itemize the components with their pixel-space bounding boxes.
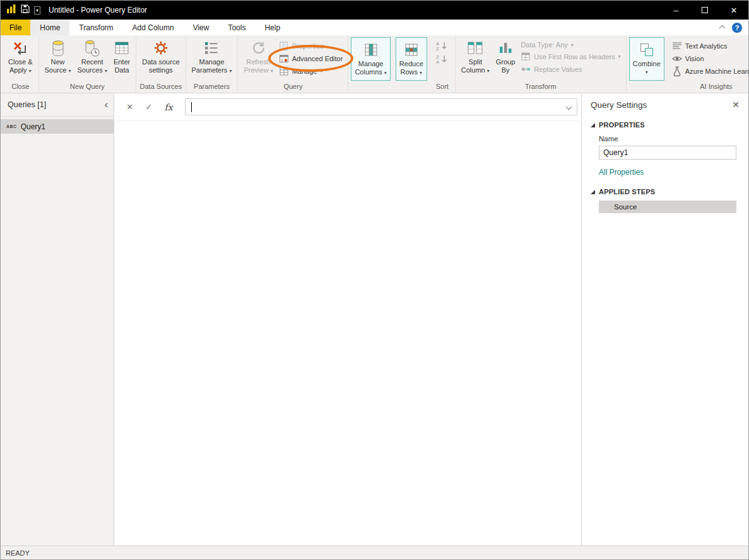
recent-sources-button[interactable]: Recent Sources ▾ xyxy=(74,37,110,75)
group-label-parameters: Parameters xyxy=(189,82,235,93)
svg-text:A: A xyxy=(436,59,440,64)
dropdown-icon: ▾ xyxy=(646,68,648,76)
all-properties-link[interactable]: All Properties xyxy=(599,168,644,177)
advanced-editor-button[interactable]: Advanced Editor xyxy=(279,54,343,63)
query-list-item[interactable]: ABC Query1 xyxy=(1,119,114,134)
queries-panel-header: Queries [1] ‹ xyxy=(1,93,114,117)
replace-values-button[interactable]: Replace Values xyxy=(521,64,620,74)
minimize-button[interactable]: – xyxy=(661,1,690,20)
queries-list: ABC Query1 xyxy=(1,117,114,545)
window-title: Untitled - Power Query Editor xyxy=(49,6,147,15)
applied-step-item[interactable]: Source xyxy=(599,201,736,213)
properties-section-header[interactable]: PROPERTIES xyxy=(591,121,740,129)
group-by-button[interactable]: Group By xyxy=(493,37,519,74)
advanced-editor-icon xyxy=(279,54,289,63)
data-type-button[interactable]: Data Type: Any ▾ xyxy=(521,41,620,49)
close-and-apply-button[interactable]: Close & Apply ▾ xyxy=(5,37,36,75)
query-name-input[interactable] xyxy=(599,146,736,160)
close-window-button[interactable]: ✕ xyxy=(719,1,748,20)
title-bar: ▾ Untitled - Power Query Editor – ✕ xyxy=(1,1,748,20)
svg-text:Z: Z xyxy=(436,46,439,50)
properties-button[interactable]: Properties xyxy=(279,41,343,50)
section-expanded-icon xyxy=(591,123,595,127)
close-panel-icon[interactable]: ✕ xyxy=(732,100,740,110)
section-expanded-icon xyxy=(591,190,595,194)
dropdown-icon: ▾ xyxy=(320,68,322,74)
enter-data-button[interactable]: Enter Data xyxy=(110,37,133,74)
dropdown-icon: ▾ xyxy=(229,68,232,74)
text-cursor xyxy=(191,102,192,112)
data-source-settings-button[interactable]: Data source settings xyxy=(139,37,182,74)
properties-icon xyxy=(279,41,289,50)
ribbon-group-manage-columns: Manage Columns ▾ xyxy=(348,36,392,93)
collapse-queries-panel-icon[interactable]: ‹ xyxy=(105,100,108,109)
formula-cancel-icon[interactable]: ✕ xyxy=(126,102,133,112)
menu-right-controls: ? xyxy=(720,20,748,35)
split-column-icon xyxy=(467,38,483,57)
collapse-ribbon-icon[interactable] xyxy=(719,25,726,32)
text-analytics-icon xyxy=(672,41,682,50)
manage-columns-icon xyxy=(363,40,379,59)
recent-sources-icon xyxy=(85,38,100,57)
quick-access-toolbar: ▾ xyxy=(1,4,40,16)
tab-tools[interactable]: Tools xyxy=(218,20,255,35)
manage-parameters-button[interactable]: Manage Parameters ▾ xyxy=(189,37,235,75)
status-text: READY xyxy=(6,549,30,557)
azure-machine-learning-button[interactable]: Azure Machine Learning xyxy=(672,66,749,76)
queries-panel-title: Queries [1] xyxy=(8,100,46,109)
refresh-preview-button[interactable]: Refresh Preview ▾ xyxy=(240,37,276,75)
text-analytics-button[interactable]: Text Analytics xyxy=(672,41,749,50)
menu-bar: File Home Transform Add Column View Tool… xyxy=(1,20,748,36)
tab-home[interactable]: Home xyxy=(30,20,69,35)
vision-button[interactable]: Vision xyxy=(672,54,749,63)
flask-icon xyxy=(672,66,682,76)
manage-button[interactable]: Manage ▾ xyxy=(279,66,343,76)
formula-expand-icon[interactable] xyxy=(567,105,571,109)
group-label-new-query: New Query xyxy=(42,82,134,93)
dropdown-icon: ▾ xyxy=(420,70,422,76)
window-controls: – ✕ xyxy=(661,1,748,20)
first-row-header-icon xyxy=(521,52,531,61)
database-icon xyxy=(51,38,65,57)
new-source-button[interactable]: New Source ▾ xyxy=(42,37,74,75)
tab-view[interactable]: View xyxy=(184,20,219,35)
combine-button[interactable]: Combine ▾ xyxy=(629,37,664,81)
editor-center: ✕ ✓ fx xyxy=(114,93,581,545)
power-query-editor-window: ▾ Untitled - Power Query Editor – ✕ File… xyxy=(0,0,749,560)
query-settings-header: Query Settings ✕ xyxy=(591,100,740,110)
maximize-button[interactable] xyxy=(690,1,719,20)
tab-add-column[interactable]: Add Column xyxy=(123,20,184,35)
tab-file[interactable]: File xyxy=(1,20,30,35)
use-first-row-as-headers-button[interactable]: Use First Row as Headers ▾ xyxy=(521,52,620,61)
dropdown-icon: ▾ xyxy=(68,68,71,74)
manage-columns-button[interactable]: Manage Columns ▾ xyxy=(351,37,390,81)
queries-panel: Queries [1] ‹ ABC Query1 xyxy=(1,93,114,545)
maximize-icon xyxy=(702,7,708,13)
ribbon-group-data-sources: Data source settings Data Sources xyxy=(136,36,186,93)
formula-commit-icon[interactable]: ✓ xyxy=(145,102,152,112)
dropdown-icon: ▾ xyxy=(384,70,387,76)
quick-access-dropdown-icon[interactable]: ▾ xyxy=(34,6,40,15)
ribbon-group-new-query: New Source ▾ Recent Sources ▾ Enter Data xyxy=(39,36,137,93)
split-column-button[interactable]: Split Column ▾ xyxy=(458,37,493,75)
applied-steps-section-header[interactable]: APPLIED STEPS xyxy=(591,188,740,195)
formula-input[interactable] xyxy=(185,98,577,115)
reduce-rows-button[interactable]: Reduce Rows ▾ xyxy=(396,37,427,81)
ribbon-group-parameters: Manage Parameters ▾ Parameters xyxy=(186,36,239,93)
reduce-rows-icon xyxy=(404,40,419,59)
ribbon-group-close: Close & Apply ▾ Close xyxy=(3,36,39,93)
eye-icon xyxy=(672,54,682,63)
tab-help[interactable]: Help xyxy=(255,20,290,35)
refresh-icon xyxy=(251,38,266,57)
main-area: Queries [1] ‹ ABC Query1 ✕ ✓ fx xyxy=(1,93,748,545)
group-label-data-sources: Data Sources xyxy=(139,82,182,93)
save-icon[interactable] xyxy=(21,4,30,16)
status-bar: READY xyxy=(1,545,748,559)
help-icon[interactable]: ? xyxy=(732,23,742,33)
tab-transform[interactable]: Transform xyxy=(69,20,122,35)
ribbon: Close & Apply ▾ Close New Source ▾ xyxy=(1,36,748,93)
sort-descending-button[interactable]: ZA xyxy=(435,54,450,64)
group-label-manage-columns xyxy=(351,82,390,93)
powerbi-logo-icon xyxy=(6,4,16,16)
sort-ascending-button[interactable]: AZ xyxy=(435,41,450,50)
